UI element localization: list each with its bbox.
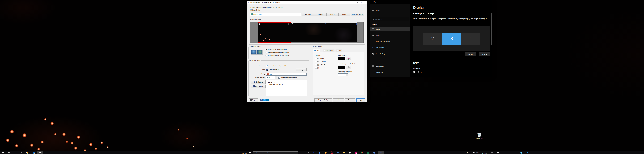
- sidebar-item-notifications[interactable]: Notifications & actions: [370, 39, 410, 44]
- dropbox-icon[interactable]: ❖: [466, 151, 469, 154]
- network-icon[interactable]: [469, 151, 472, 154]
- delete-button[interactable]: Delete: [338, 12, 350, 16]
- linkedin-icon[interactable]: in: [266, 99, 269, 101]
- facebook-icon[interactable]: f: [260, 99, 263, 101]
- profile-dropdown[interactable]: Default Profile ▼: [250, 12, 302, 16]
- tab-color[interactable]: ✓ Color: [313, 49, 320, 52]
- gradient-picker-button[interactable]: [346, 66, 351, 69]
- sidebar-scrollbar[interactable]: [410, 28, 410, 54]
- different-image-radio[interactable]: [265, 52, 267, 54]
- photos-app-icon[interactable]: [37, 151, 43, 154]
- pink-app-icon[interactable]: T×: [354, 151, 358, 154]
- settings-app-icon[interactable]: ⚙: [378, 151, 384, 154]
- slideshow-checkbox[interactable]: ✓: [266, 65, 268, 67]
- settings-search-input[interactable]: [372, 18, 406, 20]
- sidebar-item-home[interactable]: Home: [370, 8, 410, 12]
- close-icon[interactable]: ×: [363, 1, 367, 4]
- excel-icon[interactable]: X: [366, 151, 370, 154]
- file-explorer-icon[interactable]: [342, 151, 346, 154]
- change-source-button[interactable]: Change: [296, 68, 306, 71]
- display-tile-1[interactable]: 1: [461, 33, 480, 45]
- sidebar-item-storage[interactable]: Storage: [370, 58, 410, 62]
- sidebar-item-tablet-mode[interactable]: Tablet mode: [370, 64, 410, 68]
- taskbar-search-input[interactable]: [256, 152, 298, 154]
- sidebar-item-sound[interactable]: Sound: [370, 33, 410, 37]
- use-gradient-checkbox[interactable]: [338, 63, 339, 65]
- tab-color-checkbox[interactable]: ✓: [314, 50, 316, 51]
- close-icon[interactable]: ×: [488, 0, 492, 4]
- photos-app-icon[interactable]: [348, 151, 351, 154]
- cortana-icon[interactable]: [13, 151, 17, 154]
- apply-button[interactable]: Apply: [356, 98, 365, 102]
- sidebar-item-multitasking[interactable]: Multitasking: [370, 70, 410, 75]
- task-view-icon[interactable]: [19, 151, 23, 154]
- spin-down-icon[interactable]: ▼: [346, 75, 348, 76]
- sizing-dropdown[interactable]: Tile ▼: [266, 73, 306, 76]
- maximize-icon[interactable]: □: [359, 1, 363, 4]
- get-settings-button[interactable]: Get Settings: [251, 80, 266, 84]
- settings-search-box[interactable]: [372, 17, 409, 21]
- onedrive-icon[interactable]: ☁: [463, 151, 466, 154]
- task-view-icon[interactable]: [306, 151, 310, 154]
- color-mode-normal-radio[interactable]: [315, 58, 317, 59]
- wallpaper-settings-button[interactable]: Wallpaper Settings: [314, 98, 332, 102]
- taskbar-search-box[interactable]: [253, 152, 298, 154]
- window-scrollbar[interactable]: [491, 13, 492, 45]
- sidebar-item-display[interactable]: Display: [370, 27, 410, 31]
- start-button[interactable]: [248, 151, 252, 154]
- tab-adjustments-checkbox[interactable]: [324, 50, 325, 52]
- interval-spinner[interactable]: 60.00 ▲▼: [266, 76, 277, 79]
- maximize-icon[interactable]: □: [483, 0, 488, 4]
- search-icon[interactable]: [7, 151, 11, 154]
- preview-monitor-2[interactable]: 2: [258, 22, 291, 43]
- tab-info[interactable]: Info: [336, 49, 342, 52]
- identify-button[interactable]: Identify: [464, 52, 476, 56]
- tab-info-checkbox[interactable]: [337, 50, 338, 52]
- dont-stretch-checkbox[interactable]: [278, 77, 280, 78]
- twitter-icon[interactable]: [263, 99, 266, 101]
- gradient-color-swatch[interactable]: [338, 66, 345, 69]
- display-tile-2[interactable]: 2: [423, 33, 442, 45]
- tab-adjustments[interactable]: Adjustments: [322, 49, 334, 52]
- sidebar-item-power-sleep[interactable]: Power & sleep: [370, 52, 410, 56]
- color-mode-grayscale-radio[interactable]: [315, 61, 317, 63]
- minimize-icon[interactable]: −: [478, 0, 483, 4]
- spin-down-icon[interactable]: ▼: [275, 78, 277, 79]
- display-tile-3[interactable]: 3: [442, 33, 461, 45]
- new-profile-button[interactable]: New Profile: [302, 12, 314, 16]
- cortana-icon[interactable]: [508, 151, 511, 154]
- detect-button[interactable]: Detect: [479, 52, 490, 56]
- save-as-button[interactable]: Save As: [326, 12, 338, 16]
- use-default-options-button[interactable]: Use Default Options: [350, 12, 364, 16]
- color-picker-button[interactable]: [346, 57, 351, 61]
- allow-manage-checkbox[interactable]: ✓: [250, 7, 252, 8]
- search-icon[interactable]: [502, 151, 506, 154]
- task-view-icon[interactable]: [514, 151, 517, 154]
- show-hidden-icons-chevron-icon[interactable]: [460, 151, 463, 154]
- telegram-icon[interactable]: [519, 151, 524, 154]
- edge-icon[interactable]: e: [525, 151, 529, 154]
- firefox-icon[interactable]: [324, 151, 328, 154]
- action-center-icon[interactable]: [490, 151, 493, 154]
- recycle-bin[interactable]: ♻ Recycle Bin: [474, 132, 484, 140]
- span-image-radio[interactable]: [265, 49, 267, 50]
- volume-icon[interactable]: [472, 151, 476, 154]
- outlook-icon[interactable]: o: [32, 151, 36, 154]
- opera-icon[interactable]: [330, 151, 334, 154]
- color-mode-sepia-radio[interactable]: [315, 64, 317, 66]
- cortana-icon[interactable]: [300, 151, 304, 154]
- taskbar-clock[interactable]: 3:53 PM9/27/2019: [235, 151, 246, 154]
- search-icon[interactable]: [406, 19, 408, 20]
- taskbar-clock[interactable]: 3:53 PM9/27/2019: [480, 151, 490, 154]
- gradient-angle-spinner[interactable]: 0 ▲▼: [338, 74, 348, 76]
- color-wheel-app-icon[interactable]: [25, 151, 29, 154]
- preview-monitor-1[interactable]: 1: [324, 22, 358, 42]
- ok-button[interactable]: OK: [333, 98, 344, 102]
- background-color-swatch[interactable]: [338, 57, 345, 60]
- preview-monitor-3[interactable]: 3: [291, 22, 324, 42]
- rename-button[interactable]: Rename: [314, 12, 326, 16]
- night-light-toggle[interactable]: [413, 71, 419, 74]
- utility-app-icon[interactable]: [336, 151, 340, 154]
- same-image-radio[interactable]: [265, 55, 267, 57]
- displayfusion-titlebar[interactable]: f Desktop Wallpaper • DisplayFusion Pro …: [247, 1, 367, 4]
